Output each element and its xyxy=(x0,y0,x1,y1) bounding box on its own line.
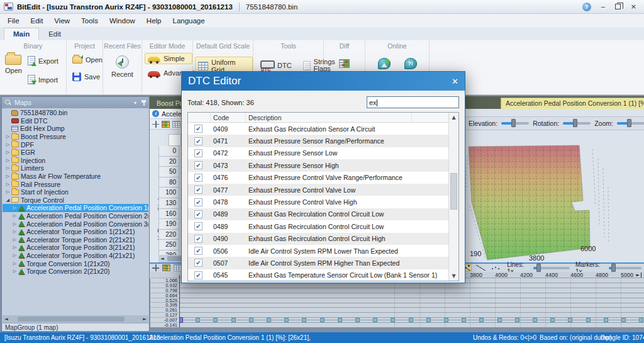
tree-item[interactable]: ▷Acceleration Pedal Position Conversion … xyxy=(3,204,148,212)
expander-icon[interactable]: ▷ xyxy=(11,205,18,210)
scrollbar-thumb[interactable] xyxy=(18,317,125,322)
menu-edit[interactable]: Edit xyxy=(31,17,43,25)
dtc-checkbox-checked[interactable]: ✔ xyxy=(194,174,203,182)
expander-icon[interactable]: ▷ xyxy=(11,261,18,266)
rotation-slider[interactable] xyxy=(563,122,591,125)
data-marker[interactable] xyxy=(550,318,555,322)
online-help-icon[interactable]: ?! xyxy=(404,58,417,69)
dtc-row[interactable]: ✔0409Exhaust Gas Recirculation Sensor A … xyxy=(188,123,458,135)
data-marker[interactable] xyxy=(355,318,360,322)
scroll-left-icon[interactable]: ◄ xyxy=(158,256,166,261)
save-project-button[interactable]: Save xyxy=(69,70,103,83)
move-icon[interactable] xyxy=(152,121,159,128)
data-marker[interactable] xyxy=(231,318,236,322)
scroll-right-icon[interactable]: ► xyxy=(141,317,148,322)
minimize-button[interactable]: – xyxy=(601,3,605,10)
data-marker[interactable] xyxy=(639,318,643,322)
dtc-row[interactable]: ✔0476Exhaust Pressure Control Valve Rang… xyxy=(188,172,458,184)
tree-item[interactable]: ▷Accelerator Torque Position 3(21x21) xyxy=(3,244,148,252)
extra-column-header[interactable] xyxy=(412,113,448,122)
colored-grid-icon[interactable] xyxy=(162,121,170,128)
restore-button[interactable] xyxy=(615,4,621,9)
dtc-checkbox-checked[interactable]: ✔ xyxy=(194,149,203,157)
dtc-row[interactable]: ✔0490Exhaust Gas Recirculation Control C… xyxy=(188,233,458,245)
zoom-slider[interactable] xyxy=(617,122,644,125)
expander-icon[interactable]: ▷ xyxy=(4,150,11,155)
dtc-checkbox-checked[interactable]: ✔ xyxy=(194,125,203,133)
menu-tools[interactable]: Tools xyxy=(81,17,98,25)
description-column-header[interactable]: Description xyxy=(246,113,412,122)
menu-file[interactable]: File xyxy=(8,17,19,25)
dtc-row[interactable]: ✔0471Exhaust Pressure Sensor Range/Perfo… xyxy=(188,135,458,147)
dtc-checkbox-checked[interactable]: ✔ xyxy=(194,210,203,218)
tree-item[interactable]: ◢Torque Control xyxy=(3,196,148,205)
lines-scale-slider[interactable] xyxy=(533,267,570,269)
expander-icon[interactable]: ▷ xyxy=(4,142,11,147)
tree-item[interactable]: ▷Accelerator Torque Position 1(21x21) xyxy=(3,228,148,236)
checkbox-column-header[interactable] xyxy=(188,113,211,122)
menu-help[interactable]: Help xyxy=(147,17,162,25)
tree-item[interactable]: ▷Mass Air Flow Temperature xyxy=(3,172,148,181)
grid-row-header[interactable]: 130 xyxy=(158,198,179,209)
dtc-row[interactable]: ✔0545Exhaust Gas Temperature Sensor Circ… xyxy=(188,269,458,281)
tree-item[interactable]: ▷Injection xyxy=(3,157,148,165)
import-button[interactable]: Import xyxy=(25,73,62,86)
expander-icon[interactable]: ▷ xyxy=(4,174,11,179)
tree-item[interactable]: ▷Rail Pressure xyxy=(3,180,148,188)
grid-row-header[interactable]: 250 xyxy=(158,240,179,250)
data-marker[interactable] xyxy=(284,318,289,322)
dialog-title-bar[interactable]: DTC Editor ✕ xyxy=(182,72,465,91)
expander-icon[interactable]: ▷ xyxy=(4,134,11,139)
menu-language[interactable]: Language xyxy=(173,17,205,25)
tree-item[interactable]: ▷Accelerator Torque Position 4(21x21) xyxy=(3,252,148,260)
tab-list-icon[interactable]: ▾ xyxy=(636,99,639,106)
dtc-checkbox-checked[interactable]: ✔ xyxy=(194,235,203,243)
data-marker[interactable] xyxy=(586,318,591,322)
dtc-checkbox-checked[interactable]: ✔ xyxy=(194,186,203,194)
tab-edit[interactable]: Edit xyxy=(39,28,70,40)
data-marker[interactable] xyxy=(391,318,395,322)
grid-row-header[interactable]: 20 xyxy=(158,157,179,167)
expander-icon[interactable]: ▷ xyxy=(4,158,11,163)
tree-item[interactable]: ▷EGR xyxy=(3,149,148,157)
dtc-checkbox-checked[interactable]: ✔ xyxy=(194,222,203,230)
scroll-up-icon[interactable]: ▲ xyxy=(449,113,458,122)
tree-item[interactable]: ▷Acceleration Pedal Position Conversion … xyxy=(3,220,148,228)
dtc-row[interactable]: ✔0473Exhaust Pressure Sensor High xyxy=(188,159,458,171)
elevation-slider[interactable] xyxy=(501,122,529,125)
expander-icon[interactable]: ▷ xyxy=(11,237,18,242)
dtc-search-input[interactable]: ex xyxy=(367,96,459,108)
markers-only-icon[interactable] xyxy=(491,266,500,271)
tree-item[interactable]: ▷Torque Conversion 1(21x20) xyxy=(3,259,148,267)
tree-item[interactable]: Edit DTC xyxy=(3,117,148,125)
tree-item[interactable]: ▷Torque Conversion 2(21x20) xyxy=(3,267,148,276)
tree-item[interactable]: ▷Acceleration Pedal Position Conversion … xyxy=(3,212,148,220)
help-icon[interactable]: ? xyxy=(582,3,591,11)
dtc-row[interactable]: ✔0472Exhaust Pressure Sensor Low xyxy=(188,147,458,159)
dtc-row[interactable]: ✔0489Exhaust Gas Recirculation Control C… xyxy=(188,208,458,220)
expander-icon[interactable]: ▷ xyxy=(4,182,11,187)
data-marker[interactable] xyxy=(409,318,413,322)
menu-view[interactable]: View xyxy=(54,17,70,25)
markers-scale-slider[interactable] xyxy=(609,267,641,269)
maps-horizontal-scrollbar[interactable]: ◄ ► xyxy=(3,315,148,323)
tree-item[interactable]: 7551848780.bin xyxy=(3,109,148,117)
grid-row-header[interactable]: 50 xyxy=(158,167,179,177)
dtc-checkbox-checked[interactable]: ✔ xyxy=(194,247,203,255)
expander-icon[interactable]: ▷ xyxy=(11,253,18,258)
expander-icon[interactable]: ◢ xyxy=(4,198,11,203)
dtc-checkbox-checked[interactable]: ✔ xyxy=(194,271,203,279)
expander-icon[interactable]: ▷ xyxy=(11,229,18,234)
tree-item[interactable]: Edit Hex Dump xyxy=(3,125,148,133)
data-marker[interactable] xyxy=(213,318,218,322)
dtc-row[interactable]: ✔0507Idle Air Control System RPM Higher … xyxy=(188,257,458,269)
bottom-chart-plot[interactable] xyxy=(180,278,644,327)
data-marker[interactable] xyxy=(497,318,502,322)
data-marker[interactable] xyxy=(320,318,325,322)
data-marker[interactable] xyxy=(338,318,342,322)
dtc-checkbox-checked[interactable]: ✔ xyxy=(194,137,203,145)
data-marker[interactable] xyxy=(196,318,200,322)
data-marker[interactable] xyxy=(604,318,608,322)
tree-item[interactable]: ▷DPF xyxy=(3,140,148,149)
close-button[interactable]: × xyxy=(631,3,636,10)
